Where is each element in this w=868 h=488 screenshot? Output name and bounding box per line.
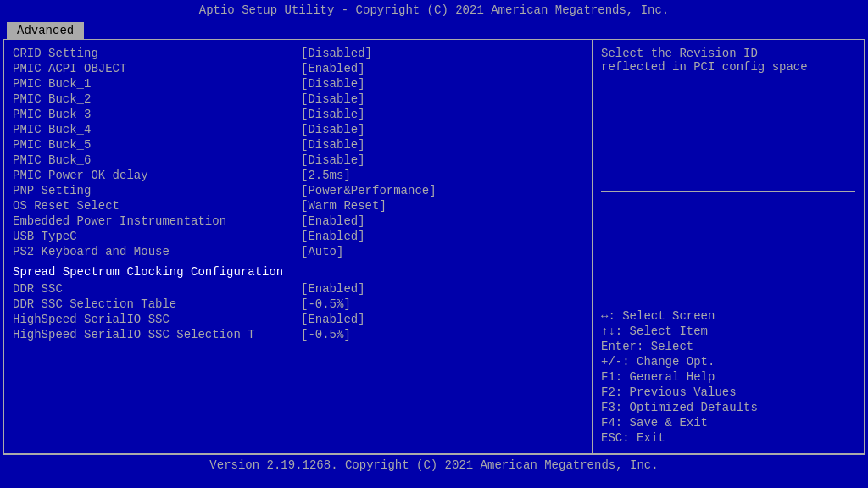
setting-value: [Enabled] [301, 62, 365, 75]
table-row[interactable]: PS2 Keyboard and Mouse[Auto] [13, 245, 583, 258]
setting-value: [Disable] [301, 92, 365, 106]
help-line1: Select the Revision ID [601, 47, 855, 60]
main-area: CRID Setting[Disabled]PMIC ACPI OBJECT[E… [3, 39, 865, 454]
setting-name: PMIC Buck_2 [13, 92, 301, 106]
table-row[interactable]: DDR SSC Selection Table[-0.5%] [13, 297, 583, 311]
key-row: ↔: Select Screen [601, 309, 855, 323]
right-panel: Select the Revision ID reflected in PCI … [593, 40, 864, 453]
setting-name: PS2 Keyboard and Mouse [13, 245, 301, 258]
table-row[interactable]: DDR SSC[Enabled] [13, 282, 583, 296]
table-row[interactable]: PMIC Buck_6[Disable] [13, 153, 583, 167]
table-row[interactable]: PMIC Buck_5[Disable] [13, 138, 583, 152]
table-row[interactable]: OS Reset Select[Warm Reset] [13, 199, 583, 213]
title-text: Aptio Setup Utility - Copyright (C) 2021… [199, 3, 670, 17]
setting-name: PMIC ACPI OBJECT [13, 62, 301, 75]
help-line2: reflected in PCI config space [601, 60, 855, 74]
setting-name: USB TypeC [13, 230, 301, 243]
setting-value: [Warm Reset] [301, 199, 387, 213]
setting-value: [Disable] [301, 153, 365, 167]
setting-name: PMIC Buck_1 [13, 77, 301, 91]
setting-value: [Disable] [301, 77, 365, 91]
divider [601, 191, 855, 192]
setting-name: DDR SSC [13, 282, 301, 296]
setting-name: PMIC Buck_5 [13, 138, 301, 152]
setting-value: [Disable] [301, 108, 365, 121]
spread-settings-list: DDR SSC[Enabled]DDR SSC Selection Table[… [13, 282, 583, 341]
setting-value: [2.5ms] [301, 169, 351, 182]
table-row[interactable]: PMIC Buck_3[Disable] [13, 108, 583, 121]
setting-value: [Power&Performance] [301, 184, 437, 197]
setting-name: PMIC Buck_3 [13, 108, 301, 121]
settings-list: CRID Setting[Disabled]PMIC ACPI OBJECT[E… [13, 47, 583, 258]
section-header: Spread Spectrum Clocking Configuration [13, 265, 583, 279]
key-row: F4: Save & Exit [601, 416, 855, 430]
setting-name: HighSpeed SerialIO SSC [13, 313, 301, 326]
setting-name: HighSpeed SerialIO SSC Selection T [13, 328, 301, 341]
key-row: +/-: Change Opt. [601, 355, 855, 369]
setting-value: [Enabled] [301, 214, 365, 228]
setting-value: [Disable] [301, 123, 365, 136]
setting-value: [Disabled] [301, 47, 372, 60]
key-row: F1: General Help [601, 370, 855, 384]
table-row[interactable]: PNP Setting[Power&Performance] [13, 184, 583, 197]
table-row[interactable]: HighSpeed SerialIO SSC Selection T[-0.5%… [13, 328, 583, 341]
status-bar: Version 2.19.1268. Copyright (C) 2021 Am… [3, 454, 865, 475]
key-row: ESC: Exit [601, 431, 855, 445]
setting-name: DDR SSC Selection Table [13, 297, 301, 311]
tab-bar: Advanced [0, 20, 868, 39]
table-row[interactable]: PMIC Power OK delay[2.5ms] [13, 169, 583, 182]
setting-name: PMIC Power OK delay [13, 169, 301, 182]
setting-name: PMIC Buck_4 [13, 123, 301, 136]
table-row[interactable]: USB TypeC[Enabled] [13, 230, 583, 243]
table-row[interactable]: PMIC Buck_1[Disable] [13, 77, 583, 91]
setting-value: [Enabled] [301, 313, 365, 326]
setting-name: Embedded Power Instrumentation [13, 214, 301, 228]
key-row: ↑↓: Select Item [601, 324, 855, 338]
setting-value: [Auto] [301, 245, 343, 258]
table-row[interactable]: Embedded Power Instrumentation[Enabled] [13, 214, 583, 228]
key-row: F2: Previous Values [601, 385, 855, 399]
key-legend: ↔: Select Screen↑↓: Select ItemEnter: Se… [601, 309, 855, 446]
tab-advanced[interactable]: Advanced [7, 22, 84, 39]
table-row[interactable]: HighSpeed SerialIO SSC[Enabled] [13, 313, 583, 326]
setting-value: [Enabled] [301, 230, 365, 243]
setting-name: PNP Setting [13, 184, 301, 197]
setting-value: [Disable] [301, 138, 365, 152]
table-row[interactable]: PMIC ACPI OBJECT[Enabled] [13, 62, 583, 75]
left-panel: CRID Setting[Disabled]PMIC ACPI OBJECT[E… [4, 40, 593, 453]
setting-name: PMIC Buck_6 [13, 153, 301, 167]
setting-value: [Enabled] [301, 282, 365, 296]
setting-value: [-0.5%] [301, 297, 351, 311]
help-text: Select the Revision ID reflected in PCI … [601, 47, 855, 74]
key-row: Enter: Select [601, 340, 855, 353]
key-row: F3: Optimized Defaults [601, 401, 855, 414]
setting-name: OS Reset Select [13, 199, 301, 213]
version-text: Version 2.19.1268. Copyright (C) 2021 Am… [209, 458, 658, 472]
table-row[interactable]: PMIC Buck_4[Disable] [13, 123, 583, 136]
table-row[interactable]: PMIC Buck_2[Disable] [13, 92, 583, 106]
title-bar: Aptio Setup Utility - Copyright (C) 2021… [0, 0, 868, 20]
table-row[interactable]: CRID Setting[Disabled] [13, 47, 583, 60]
setting-value: [-0.5%] [301, 328, 351, 341]
setting-name: CRID Setting [13, 47, 301, 60]
